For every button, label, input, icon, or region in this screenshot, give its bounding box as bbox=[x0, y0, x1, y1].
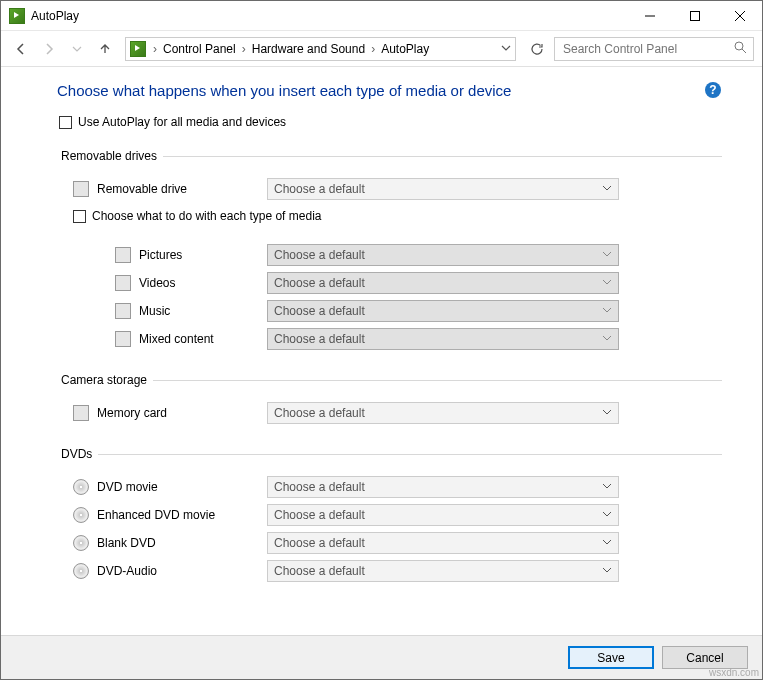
close-button[interactable] bbox=[717, 1, 762, 30]
enhanced-dvd-movie-dropdown[interactable]: Choose a default bbox=[267, 504, 619, 526]
svg-point-4 bbox=[735, 42, 743, 50]
device-label: Memory card bbox=[97, 406, 267, 420]
search-icon[interactable] bbox=[734, 41, 747, 57]
removable-drive-dropdown[interactable]: Choose a default bbox=[267, 178, 619, 200]
cancel-button[interactable]: Cancel bbox=[662, 646, 748, 669]
device-label: Enhanced DVD movie bbox=[97, 508, 267, 522]
blank-dvd-icon bbox=[73, 535, 89, 551]
choose-each-type-checkbox[interactable] bbox=[73, 210, 86, 223]
save-button[interactable]: Save bbox=[568, 646, 654, 669]
chevron-down-icon bbox=[602, 406, 612, 420]
chevron-down-icon bbox=[602, 508, 612, 522]
dvd-audio-dropdown[interactable]: Choose a default bbox=[267, 560, 619, 582]
address-dropdown-icon[interactable] bbox=[501, 42, 511, 56]
breadcrumb-item[interactable]: Control Panel bbox=[160, 42, 239, 56]
device-label: Removable drive bbox=[97, 182, 267, 196]
device-label: Mixed content bbox=[139, 332, 267, 346]
autoplay-window: AutoPlay › Control Panel › Hardware and … bbox=[0, 0, 763, 680]
dvd-movie-icon bbox=[73, 479, 89, 495]
chevron-down-icon bbox=[602, 332, 612, 346]
svg-rect-1 bbox=[690, 11, 699, 20]
section-legend: Removable drives bbox=[59, 149, 163, 163]
breadcrumb-item[interactable]: Hardware and Sound bbox=[249, 42, 368, 56]
videos-icon bbox=[115, 275, 131, 291]
chevron-right-icon: › bbox=[150, 42, 160, 56]
removable-drive-icon bbox=[73, 181, 89, 197]
search-input[interactable] bbox=[561, 41, 734, 57]
chevron-down-icon bbox=[602, 564, 612, 578]
window-title: AutoPlay bbox=[31, 9, 627, 23]
minimize-button[interactable] bbox=[627, 1, 672, 30]
search-box[interactable] bbox=[554, 37, 754, 61]
choose-each-type-label: Choose what to do with each type of medi… bbox=[92, 209, 321, 223]
autoplay-icon bbox=[9, 8, 25, 24]
forward-button[interactable] bbox=[37, 37, 61, 61]
camera-storage-section: Camera storage Memory card Choose a defa… bbox=[59, 373, 722, 429]
device-label: Videos bbox=[139, 276, 267, 290]
footer: Save Cancel bbox=[1, 635, 762, 679]
chevron-right-icon: › bbox=[239, 42, 249, 56]
maximize-button[interactable] bbox=[672, 1, 717, 30]
page-title: Choose what happens when you insert each… bbox=[57, 82, 704, 99]
up-button[interactable] bbox=[93, 37, 117, 61]
chevron-down-icon bbox=[602, 248, 612, 262]
chevron-down-icon bbox=[602, 304, 612, 318]
use-autoplay-all-checkbox[interactable] bbox=[59, 116, 72, 129]
dvds-section: DVDs DVD movieChoose a default Enhanced … bbox=[59, 447, 722, 587]
recent-dropdown[interactable] bbox=[65, 37, 89, 61]
choose-each-type-row[interactable]: Choose what to do with each type of medi… bbox=[73, 209, 722, 223]
refresh-button[interactable] bbox=[524, 37, 550, 61]
pictures-icon bbox=[115, 247, 131, 263]
memory-card-icon bbox=[73, 405, 89, 421]
chevron-right-icon: › bbox=[368, 42, 378, 56]
back-button[interactable] bbox=[9, 37, 33, 61]
section-legend: DVDs bbox=[59, 447, 98, 461]
address-bar[interactable]: › Control Panel › Hardware and Sound › A… bbox=[125, 37, 516, 61]
navbar: › Control Panel › Hardware and Sound › A… bbox=[1, 31, 762, 67]
enhanced-dvd-movie-icon bbox=[73, 507, 89, 523]
device-label: DVD-Audio bbox=[97, 564, 267, 578]
memory-card-dropdown[interactable]: Choose a default bbox=[267, 402, 619, 424]
titlebar: AutoPlay bbox=[1, 1, 762, 31]
autoplay-icon bbox=[130, 41, 146, 57]
blank-dvd-dropdown[interactable]: Choose a default bbox=[267, 532, 619, 554]
svg-line-5 bbox=[742, 49, 746, 53]
help-icon[interactable]: ? bbox=[704, 81, 722, 99]
section-legend: Camera storage bbox=[59, 373, 153, 387]
dvd-movie-dropdown[interactable]: Choose a default bbox=[267, 476, 619, 498]
device-label: Blank DVD bbox=[97, 536, 267, 550]
pictures-dropdown[interactable]: Choose a default bbox=[267, 244, 619, 266]
removable-drives-section: Removable drives Removable drive Choose … bbox=[59, 149, 722, 355]
device-label: DVD movie bbox=[97, 480, 267, 494]
svg-text:?: ? bbox=[709, 83, 716, 97]
mixed-content-icon bbox=[115, 331, 131, 347]
watermark: wsxdn.com bbox=[709, 667, 759, 678]
mixed-content-dropdown[interactable]: Choose a default bbox=[267, 328, 619, 350]
breadcrumb-item[interactable]: AutoPlay bbox=[378, 42, 432, 56]
music-dropdown[interactable]: Choose a default bbox=[267, 300, 619, 322]
music-icon bbox=[115, 303, 131, 319]
chevron-down-icon bbox=[602, 182, 612, 196]
chevron-down-icon bbox=[602, 536, 612, 550]
dvd-audio-icon bbox=[73, 563, 89, 579]
chevron-down-icon bbox=[602, 480, 612, 494]
device-label: Pictures bbox=[139, 248, 267, 262]
device-label: Music bbox=[139, 304, 267, 318]
chevron-down-icon bbox=[602, 276, 612, 290]
content-area: Choose what happens when you insert each… bbox=[1, 67, 762, 635]
videos-dropdown[interactable]: Choose a default bbox=[267, 272, 619, 294]
use-autoplay-all-label: Use AutoPlay for all media and devices bbox=[78, 115, 286, 129]
use-autoplay-all-row[interactable]: Use AutoPlay for all media and devices bbox=[59, 115, 722, 129]
